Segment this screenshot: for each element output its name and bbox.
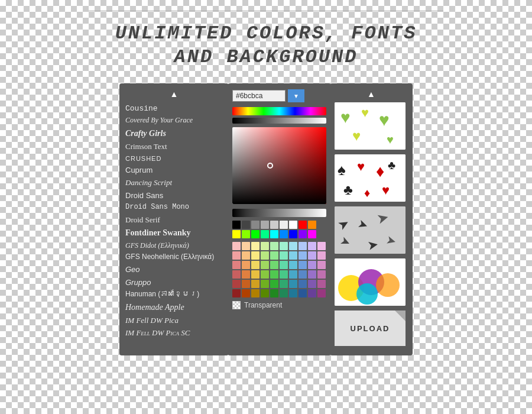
font-list-item[interactable]: Hanuman (ភាសាខ្មែរ) (124, 289, 224, 300)
pastel-swatch[interactable] (232, 289, 241, 297)
pastel-swatch[interactable] (280, 251, 288, 260)
color-swatch[interactable] (242, 230, 250, 238)
color-swatch[interactable] (261, 221, 269, 229)
dark-bar[interactable] (232, 209, 326, 217)
pastel-swatch[interactable] (299, 261, 307, 269)
pastel-swatch[interactable] (289, 280, 297, 288)
font-list-item[interactable]: Droid Sans Mono (124, 202, 224, 214)
pastel-swatch[interactable] (270, 289, 278, 297)
color-swatch[interactable] (270, 230, 278, 238)
pastel-swatch[interactable] (308, 280, 316, 288)
color-hex-input[interactable] (232, 90, 286, 102)
font-list-item[interactable]: Crafty Girls (124, 127, 224, 140)
font-panel-arrow-up[interactable]: ▲ (124, 89, 224, 99)
color-dropdown-button[interactable]: ▼ (288, 89, 304, 102)
font-list-item[interactable]: Dancing Script (124, 176, 224, 189)
font-list-item[interactable]: Homemade Apple (124, 300, 224, 314)
pastel-swatch[interactable] (308, 242, 316, 250)
color-swatch[interactable] (308, 221, 316, 229)
font-list-item[interactable]: IM Fell DW Pica (124, 314, 224, 326)
color-swatch[interactable] (299, 221, 307, 229)
pastel-swatch[interactable] (299, 251, 307, 260)
pastel-swatch[interactable] (317, 289, 326, 297)
font-list-item[interactable]: Cuprum (124, 164, 224, 176)
color-swatch[interactable] (308, 230, 316, 238)
pastel-swatch[interactable] (317, 242, 326, 250)
pastel-swatch[interactable] (299, 280, 307, 288)
pastel-swatch[interactable] (308, 289, 316, 297)
font-list-item[interactable]: Gruppo (124, 276, 224, 289)
font-list-item[interactable]: Geo (124, 263, 224, 276)
pastel-swatch[interactable] (242, 289, 250, 297)
color-swatch[interactable] (251, 221, 259, 229)
pastel-swatch[interactable] (308, 251, 316, 260)
pastel-swatch[interactable] (299, 270, 307, 279)
pastel-swatch[interactable] (270, 270, 278, 279)
font-list-item[interactable]: GFS Neohellenic (Ελληνικά) (124, 251, 224, 263)
pastel-swatch[interactable] (280, 289, 288, 297)
pastel-swatch[interactable] (251, 289, 259, 297)
pastel-swatch[interactable] (289, 289, 297, 297)
font-list-item[interactable]: IM Fell DW Pica SC (124, 326, 224, 339)
pastel-swatch[interactable] (289, 242, 297, 250)
color-swatch[interactable] (280, 230, 288, 238)
pastel-swatch[interactable] (251, 270, 259, 279)
font-list-item[interactable]: Droid Serif (124, 214, 224, 226)
bg-panel-arrow-up[interactable]: ▲ (335, 89, 408, 99)
color-swatch[interactable] (251, 230, 259, 238)
font-list-item[interactable]: Cousine (124, 102, 224, 115)
pastel-swatch[interactable] (242, 280, 250, 288)
pastel-swatch[interactable] (232, 242, 241, 250)
pastel-swatch[interactable] (261, 242, 269, 250)
pastel-swatch[interactable] (261, 280, 269, 288)
color-swatch[interactable] (270, 221, 278, 229)
pastel-swatch[interactable] (289, 261, 297, 269)
pastel-swatch[interactable] (261, 261, 269, 269)
pastel-swatch[interactable] (317, 261, 326, 269)
color-swatch[interactable] (289, 230, 297, 238)
bg-thumb-cards[interactable]: ♠ ♥ ♦ ♣ ♣ ♦ ♥ (335, 154, 406, 202)
pastel-swatch[interactable] (251, 261, 259, 269)
bg-thumb-arrows[interactable]: ➤ ➤ ➤ ➤ ➤ ➤ (335, 206, 406, 254)
color-swatch[interactable] (232, 221, 241, 229)
bg-thumb-circles[interactable] (335, 258, 406, 306)
rainbow-bar[interactable] (232, 107, 326, 115)
color-swatch[interactable] (242, 221, 250, 229)
pastel-swatch[interactable] (232, 280, 241, 288)
font-list-item[interactable]: Covered By Your Grace (124, 115, 224, 127)
font-list-item[interactable]: CrusheD (124, 153, 224, 164)
color-gradient-box[interactable] (232, 127, 326, 204)
pastel-swatch[interactable] (280, 242, 288, 250)
pastel-swatch[interactable] (308, 261, 316, 269)
pastel-swatch[interactable] (280, 270, 288, 279)
pastel-swatch[interactable] (251, 280, 259, 288)
transparent-checkbox[interactable] (232, 301, 241, 309)
font-list-item[interactable]: Fontdiner Swanky (124, 226, 224, 240)
pastel-swatch[interactable] (280, 261, 288, 269)
grey-bar[interactable] (232, 118, 326, 124)
pastel-swatch[interactable] (317, 280, 326, 288)
pastel-swatch[interactable] (232, 270, 241, 279)
pastel-swatch[interactable] (280, 280, 288, 288)
pastel-swatch[interactable] (232, 251, 241, 260)
pastel-swatch[interactable] (270, 242, 278, 250)
pastel-swatch[interactable] (299, 289, 307, 297)
pastel-swatch[interactable] (261, 289, 269, 297)
pastel-swatch[interactable] (261, 270, 269, 279)
pastel-swatch[interactable] (270, 261, 278, 269)
pastel-swatch[interactable] (270, 251, 278, 260)
pastel-swatch[interactable] (261, 251, 269, 260)
font-list-item[interactable]: Droid Sans (124, 189, 224, 202)
color-swatch[interactable] (289, 221, 297, 229)
pastel-swatch[interactable] (299, 242, 307, 250)
pastel-swatch[interactable] (242, 261, 250, 269)
upload-button[interactable]: UPLOAD (335, 310, 406, 346)
pastel-swatch[interactable] (251, 251, 259, 260)
color-swatch[interactable] (261, 230, 269, 238)
pastel-swatch[interactable] (289, 251, 297, 260)
color-swatch[interactable] (232, 230, 241, 238)
font-list-item[interactable]: Crimson Text (124, 140, 224, 153)
pastel-swatch[interactable] (242, 251, 250, 260)
color-swatch[interactable] (280, 221, 288, 229)
pastel-swatch[interactable] (317, 251, 326, 260)
